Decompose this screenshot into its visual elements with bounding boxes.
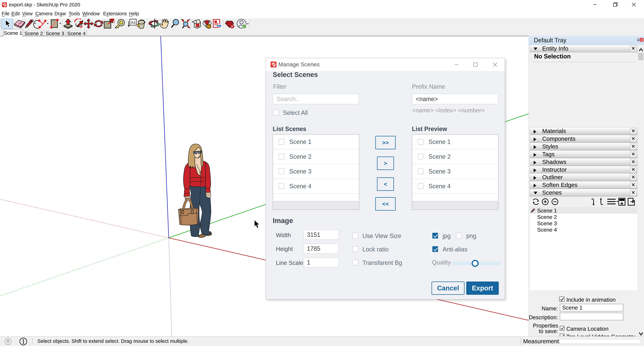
svg-text:A1: A1 <box>131 20 136 25</box>
